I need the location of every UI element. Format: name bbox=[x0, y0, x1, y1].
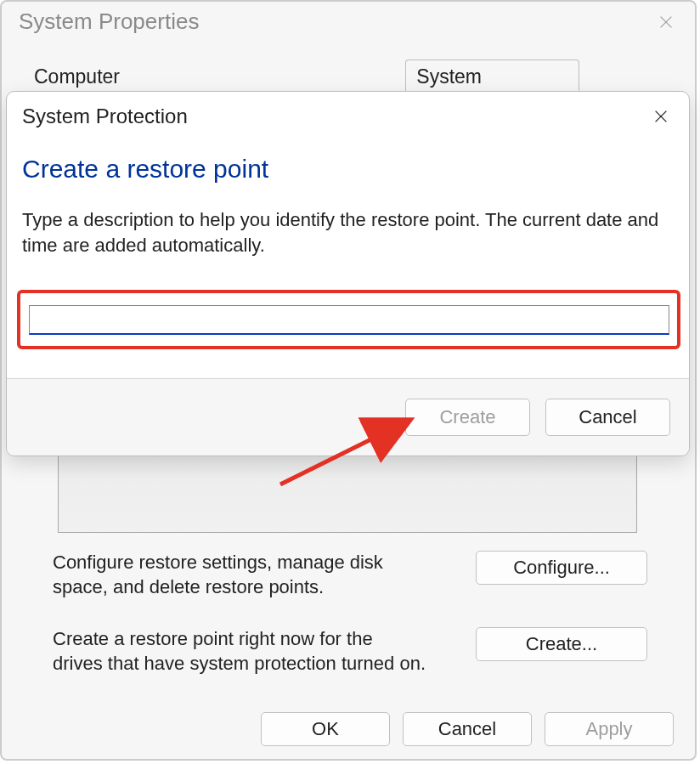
dialog-create-button[interactable]: Create bbox=[405, 399, 530, 436]
configure-row: Configure restore settings, manage disk … bbox=[53, 551, 647, 599]
parent-window-title: System Properties bbox=[19, 8, 199, 35]
cancel-button[interactable]: Cancel bbox=[403, 712, 532, 746]
dialog-cancel-button[interactable]: Cancel bbox=[545, 399, 670, 436]
protection-settings-groupbox bbox=[58, 456, 637, 533]
parent-titlebar: System Properties bbox=[2, 2, 695, 38]
close-icon[interactable] bbox=[648, 104, 674, 129]
annotation-highlight-box bbox=[17, 290, 680, 349]
dialog-instruction: Type a description to help you identify … bbox=[7, 184, 689, 257]
create-description: Create a restore point right now for the… bbox=[53, 627, 426, 676]
ok-button[interactable]: OK bbox=[261, 712, 390, 746]
configure-description: Configure restore settings, manage disk … bbox=[53, 551, 426, 599]
dialog-title: System Protection bbox=[22, 105, 188, 128]
create-restore-point-dialog: System Protection Create a restore point… bbox=[6, 91, 690, 456]
dialog-footer: Create Cancel bbox=[7, 378, 689, 456]
create-button[interactable]: Create... bbox=[476, 627, 647, 661]
dialog-buttons-row: OK Cancel Apply bbox=[261, 712, 674, 746]
close-icon[interactable] bbox=[654, 10, 678, 34]
configure-button[interactable]: Configure... bbox=[476, 551, 647, 585]
restore-point-description-input[interactable] bbox=[29, 305, 669, 335]
dialog-titlebar: System Protection bbox=[7, 92, 689, 129]
create-row: Create a restore point right now for the… bbox=[53, 627, 647, 676]
dialog-heading: Create a restore point bbox=[7, 129, 689, 184]
apply-button[interactable]: Apply bbox=[545, 712, 674, 746]
